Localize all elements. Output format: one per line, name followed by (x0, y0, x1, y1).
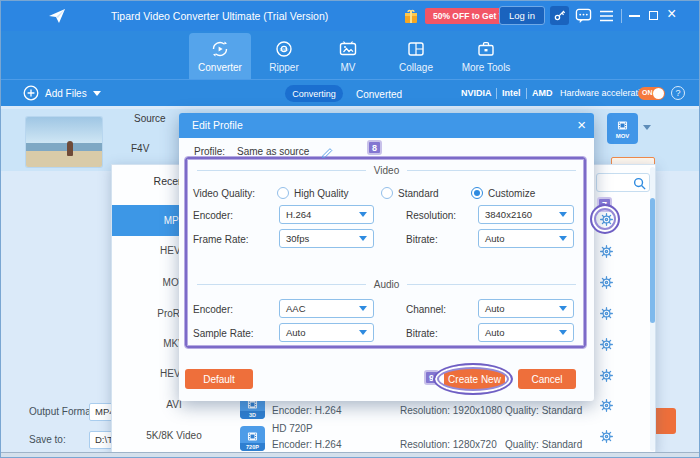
video-encoder-value: H.264 (286, 209, 311, 220)
file-format-label: F4V (131, 143, 149, 154)
option-high-quality-label[interactable]: High Quality (294, 188, 348, 199)
sub-toolbar: Add Files Converting Converted NVIDIA In… (1, 79, 699, 106)
output-format-badge: MOV (616, 133, 630, 139)
resolution-value: 3840x2160 (485, 209, 532, 220)
tab-mv[interactable]: MV (317, 33, 379, 79)
profile-resolution: Resolution: 1920x1080 (400, 405, 502, 416)
profile-encoder: Encoder: H.264 (272, 405, 342, 416)
audio-encoder-value: AAC (286, 303, 306, 314)
menu-icon[interactable] (599, 10, 614, 22)
close-button[interactable]: × (667, 5, 676, 23)
gpu-separator (526, 88, 527, 99)
gear-icon[interactable] (599, 368, 614, 383)
default-button[interactable]: Default (185, 369, 253, 389)
profile-search-box[interactable] (596, 173, 650, 192)
tab-ripper[interactable]: DVD Ripper (253, 33, 315, 79)
gear-icon[interactable] (599, 337, 614, 352)
tab-label: More Tools (462, 62, 511, 73)
gear-icon[interactable] (599, 306, 614, 321)
gift-icon[interactable] (403, 8, 419, 24)
chevron-down-icon (359, 236, 367, 241)
thumb-sand (26, 151, 102, 167)
audio-section-legend: Audio (197, 279, 576, 290)
resolution-label: Resolution: (406, 210, 456, 221)
video-bitrate-label: Bitrate: (406, 234, 438, 245)
save-to-label: Save to: (29, 434, 66, 445)
audio-bitrate-label: Bitrate: (406, 328, 438, 339)
dialog-header: Edit Profile × (179, 113, 594, 138)
video-thumbnail (26, 117, 102, 167)
search-input[interactable] (599, 175, 633, 190)
profile-badge: 720P (240, 443, 265, 451)
video-encoder-dropdown[interactable]: H.264 (279, 205, 374, 224)
chevron-down-icon (359, 306, 367, 311)
register-key-button[interactable] (550, 6, 569, 25)
profile-label: Profile: (194, 146, 225, 157)
resolution-dropdown[interactable]: 3840x2160 (478, 205, 574, 224)
login-button[interactable]: Log in (499, 6, 545, 25)
hw-accel-toggle[interactable]: ON (638, 87, 665, 100)
gpu-intel-label: Intel (502, 88, 521, 98)
profile-name: HD 720P (272, 423, 313, 434)
add-files-button[interactable]: Add Files (23, 85, 101, 101)
video-bitrate-dropdown[interactable]: Auto (478, 229, 574, 248)
chevron-down-icon (559, 236, 567, 241)
converter-icon (210, 39, 230, 59)
gear-icon[interactable] (599, 429, 614, 444)
dialog-close-icon[interactable]: × (577, 115, 586, 135)
audio-encoder-dropdown[interactable]: AAC (279, 299, 374, 318)
sample-rate-dropdown[interactable]: Auto (279, 323, 374, 342)
channel-label: Channel: (406, 304, 446, 315)
toggle-knob (653, 88, 664, 99)
profile-icon-720p: 720P (240, 426, 265, 451)
add-files-label: Add Files (45, 88, 87, 99)
video-section-legend: Video (197, 165, 576, 176)
minimize-button[interactable] (629, 15, 640, 17)
thumb-sea (26, 143, 102, 151)
output-format-button[interactable]: MOV (607, 113, 638, 144)
chevron-down-icon (559, 330, 567, 335)
radio-high-quality[interactable] (277, 187, 289, 199)
converting-tab[interactable]: Converting (285, 85, 343, 102)
channel-dropdown[interactable]: Auto (478, 299, 574, 318)
audio-bitrate-dropdown[interactable]: Auto (478, 323, 574, 342)
radio-customize[interactable] (471, 187, 483, 199)
gear-icon[interactable] (599, 244, 614, 259)
radio-standard[interactable] (381, 187, 393, 199)
option-customize-label[interactable]: Customize (488, 188, 535, 199)
app-title: Tipard Video Converter Ultimate (Trial V… (111, 10, 328, 22)
converted-tab[interactable]: Converted (356, 89, 402, 100)
feedback-icon[interactable] (575, 8, 592, 24)
profile-quality: Quality: Standard (505, 439, 582, 450)
scrollbar-thumb[interactable] (650, 198, 655, 323)
video-encoder-label: Encoder: (193, 210, 233, 221)
chevron-down-icon[interactable] (643, 125, 651, 130)
tab-collage[interactable]: Collage (385, 33, 447, 79)
help-icon[interactable]: ? (671, 86, 685, 100)
app-window: Tipard Video Converter Ultimate (Trial V… (0, 0, 700, 458)
channel-value: Auto (485, 303, 505, 314)
gpu-nvidia-label: NVIDIA (461, 88, 492, 98)
tab-more-tools[interactable]: More Tools (453, 33, 519, 79)
dialog-title: Edit Profile (192, 119, 243, 131)
edit-profile-dialog: Edit Profile × Profile: Same as source V… (179, 113, 594, 401)
tab-converter[interactable]: Converter (189, 33, 251, 79)
tab-label: Collage (399, 62, 433, 73)
option-standard-label[interactable]: Standard (398, 188, 439, 199)
hw-accel-label: Hardware acceleration (560, 88, 650, 98)
chevron-down-icon (559, 212, 567, 217)
video-bitrate-value: Auto (485, 233, 505, 244)
tab-label: Ripper (269, 62, 298, 73)
svg-text:DVD: DVD (280, 47, 289, 52)
edit-pencil-icon[interactable] (321, 145, 334, 158)
gear-icon[interactable] (599, 275, 614, 290)
mv-icon (338, 39, 358, 59)
maximize-button[interactable] (649, 11, 658, 20)
frame-rate-dropdown[interactable]: 30fps (279, 229, 374, 248)
chevron-down-icon (93, 91, 101, 96)
cancel-button[interactable]: Cancel (518, 369, 576, 389)
tipard-logo-icon (47, 7, 67, 25)
more-tools-icon (476, 39, 496, 59)
gear-icon[interactable] (599, 398, 614, 413)
category-5k8k[interactable]: 5K/8K Video (112, 420, 236, 451)
